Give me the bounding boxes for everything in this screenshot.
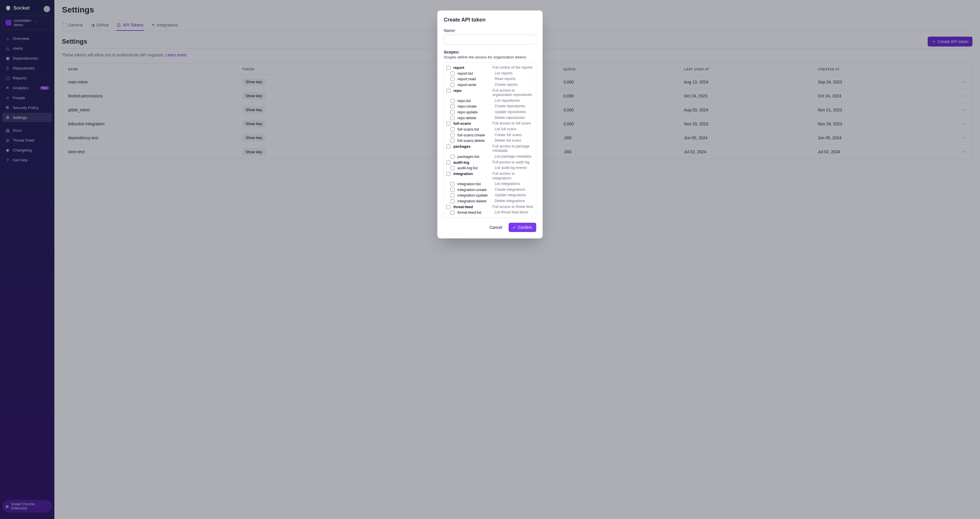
scope-checkbox[interactable] <box>450 104 455 108</box>
scope-checkbox[interactable] <box>446 145 450 148</box>
scope-help: Create repositories <box>495 104 534 109</box>
scope-row: full-scans:create Create full scans <box>446 133 534 137</box>
scope-help: Full access to full scans <box>493 121 534 126</box>
scope-help: Delete repositories <box>495 116 534 120</box>
scope-row: packages:list List package metadata <box>446 154 534 159</box>
scope-row: threat-feed:list List threat feed items <box>446 210 534 215</box>
confirm-label: Confirm <box>518 225 532 230</box>
scope-checkbox[interactable] <box>450 155 455 159</box>
scope-checkbox[interactable] <box>450 182 455 186</box>
scope-help: Full access to integrations <box>493 172 534 181</box>
scope-row: integration:delete Delete integrations <box>446 199 534 204</box>
scope-help: Delete integrations <box>495 199 534 204</box>
scope-name: repo:delete <box>457 116 493 120</box>
scope-row: integration:update Update integrations <box>446 193 534 198</box>
modal-title: Create API token <box>444 17 536 23</box>
scope-help: Full access to threat feed <box>493 205 534 209</box>
scope-help: Full access to package metadata <box>493 144 534 153</box>
scope-name: full-scans:delete <box>457 139 493 143</box>
scope-help: Full access to audit log <box>493 160 534 165</box>
scope-help: Create reports <box>495 83 534 87</box>
scope-name: integration <box>453 172 491 176</box>
scope-name: audit-log <box>453 160 491 165</box>
scope-row: repo:update Update repositories <box>446 110 534 115</box>
scope-row: report:read Read reports <box>446 77 534 81</box>
scope-checkbox[interactable] <box>450 127 455 131</box>
scope-help: List package metadata <box>495 154 534 159</box>
check-icon: ✓ <box>513 225 516 230</box>
scope-row: repo:list List repositories <box>446 99 534 103</box>
scope-help: List audit log events <box>495 166 534 170</box>
scope-help: Delete full scans <box>495 139 534 143</box>
scope-name: full-scans:create <box>457 133 493 137</box>
scope-help: Read reports <box>495 77 534 81</box>
scope-checkbox[interactable] <box>450 210 455 215</box>
scope-name: report:list <box>457 71 493 76</box>
scope-checkbox[interactable] <box>450 72 455 76</box>
cancel-button[interactable]: Cancel <box>486 223 506 232</box>
scope-row: full-scans:list List full scans <box>446 127 534 132</box>
scope-name: integration:delete <box>457 199 493 203</box>
name-label: Name: <box>444 28 536 33</box>
scope-row: repo:create Create repositories <box>446 104 534 109</box>
token-name-input[interactable] <box>444 35 536 45</box>
scope-checkbox[interactable] <box>450 99 455 103</box>
scope-checkbox[interactable] <box>446 172 450 176</box>
scope-row: audit-log:list List audit log events <box>446 166 534 170</box>
scope-name: repo:update <box>457 110 493 114</box>
scope-checkbox[interactable] <box>450 83 455 87</box>
scope-help: Full access to organization repositories <box>493 88 534 97</box>
scope-help: Create full scans <box>495 133 534 137</box>
scope-name: repo:create <box>457 104 493 108</box>
scope-checkbox[interactable] <box>450 116 455 120</box>
scope-row: report Full control of the reports <box>446 65 534 70</box>
scope-name: packages <box>453 144 491 148</box>
scopes-list: report Full control of the reports repor… <box>444 62 536 218</box>
scope-help: List reports <box>495 71 534 76</box>
scope-name: repo:list <box>457 99 493 103</box>
scope-checkbox[interactable] <box>450 133 455 137</box>
modal-backdrop[interactable]: Create API token Name: Scopes: Scopes de… <box>0 0 980 519</box>
scope-help: List full scans <box>495 127 534 132</box>
scope-name: full-scans <box>453 121 491 126</box>
scope-checkbox[interactable] <box>446 89 450 93</box>
scope-name: threat-feed:list <box>457 210 493 215</box>
scope-name: full-scans:list <box>457 127 493 131</box>
scope-checkbox[interactable] <box>446 121 450 126</box>
create-token-modal: Create API token Name: Scopes: Scopes de… <box>438 11 542 239</box>
scope-row: report:list List reports <box>446 71 534 76</box>
scope-checkbox[interactable] <box>446 66 450 70</box>
scope-name: report:write <box>457 83 493 87</box>
scope-checkbox[interactable] <box>450 199 455 203</box>
scopes-label: Scopes: <box>444 50 536 54</box>
scope-name: report <box>453 65 491 70</box>
scope-checkbox[interactable] <box>450 193 455 197</box>
scope-checkbox[interactable] <box>446 161 450 165</box>
scope-checkbox[interactable] <box>450 166 455 170</box>
scope-help: List integrations <box>495 182 534 186</box>
scope-checkbox[interactable] <box>450 188 455 192</box>
scope-name: repo <box>453 88 491 93</box>
confirm-button[interactable]: ✓ Confirm <box>509 223 536 232</box>
scope-checkbox[interactable] <box>450 139 455 143</box>
scope-help: Update integrations <box>495 193 534 198</box>
scope-checkbox[interactable] <box>450 110 455 114</box>
scope-help: List repositories <box>495 99 534 103</box>
scope-name: report:read <box>457 77 493 81</box>
scope-help: Update repositories <box>495 110 534 115</box>
scope-row: audit-log Full access to audit log <box>446 160 534 165</box>
scope-row: repo Full access to organization reposit… <box>446 88 534 97</box>
scope-name: packages:list <box>457 154 493 159</box>
scope-name: audit-log:list <box>457 166 493 170</box>
scope-row: full-scans Full access to full scans <box>446 121 534 126</box>
scope-name: threat-feed <box>453 205 491 209</box>
scopes-description: Scopes define the access for organizatio… <box>444 55 536 59</box>
scope-name: integration:create <box>457 188 493 192</box>
scope-row: report:write Create reports <box>446 83 534 87</box>
scope-help: List threat feed items <box>495 210 534 215</box>
scope-checkbox[interactable] <box>446 205 450 209</box>
scope-name: integration:update <box>457 193 493 197</box>
scope-row: threat-feed Full access to threat feed <box>446 205 534 209</box>
scope-name: integration:list <box>457 182 493 186</box>
scope-checkbox[interactable] <box>450 77 455 81</box>
